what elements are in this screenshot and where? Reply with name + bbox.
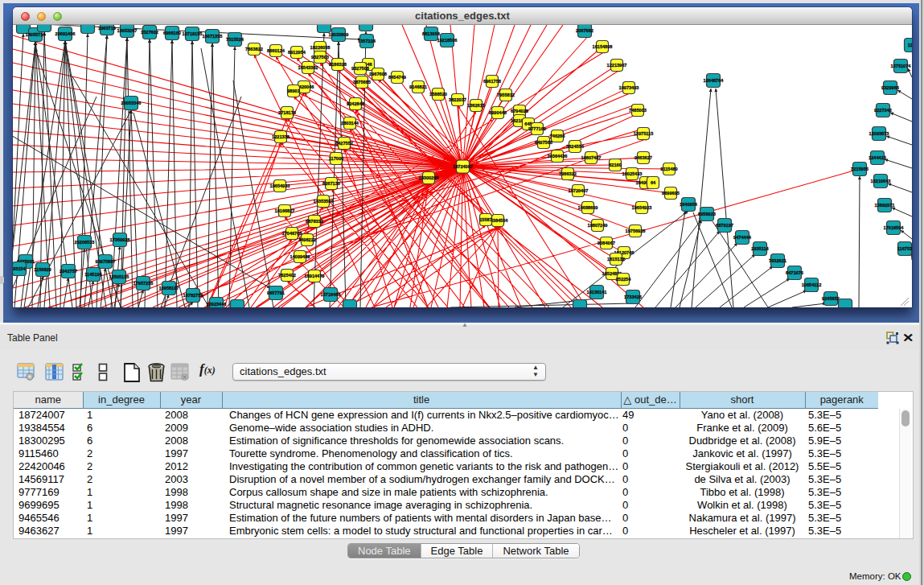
- svg-text:8813054: 8813054: [422, 31, 441, 36]
- svg-text:19218506: 19218506: [437, 38, 458, 43]
- svg-text:1615132: 1615132: [607, 257, 625, 262]
- svg-text:18807249: 18807249: [588, 223, 608, 228]
- svg-text:20364436: 20364436: [548, 154, 568, 159]
- svg-text:9242848: 9242848: [347, 101, 364, 106]
- svg-text:2935114: 2935114: [751, 246, 769, 251]
- svg-text:16543382: 16543382: [298, 65, 318, 70]
- svg-text:7663822: 7663822: [245, 47, 263, 51]
- svg-text:18300295: 18300295: [419, 175, 439, 180]
- svg-text:1362615: 1362615: [467, 103, 485, 108]
- svg-text:12213967: 12213967: [607, 63, 627, 68]
- svg-text:10688609: 10688609: [578, 205, 598, 210]
- svg-text:7357224: 7357224: [358, 39, 376, 43]
- svg-text:1527602: 1527602: [141, 30, 158, 35]
- svg-text:9115460: 9115460: [660, 167, 677, 171]
- svg-text:10654112: 10654112: [802, 282, 822, 287]
- svg-text:1156829: 1156829: [34, 267, 51, 272]
- svg-text:9329966: 9329966: [881, 85, 899, 90]
- svg-text:8267130: 8267130: [322, 181, 340, 186]
- svg-text:7625402: 7625402: [278, 273, 296, 278]
- svg-text:14353594: 14353594: [314, 199, 335, 204]
- svg-text:2803144: 2803144: [341, 121, 359, 126]
- svg-text:8878332: 8878332: [306, 219, 323, 224]
- svg-text:10973493: 10973493: [619, 85, 639, 90]
- svg-text:8454749: 8454749: [388, 75, 406, 80]
- svg-text:12505135: 12505135: [109, 274, 129, 279]
- svg-text:17046768: 17046768: [282, 231, 302, 236]
- svg-text:2942757: 2942757: [60, 269, 77, 274]
- svg-text:9463627: 9463627: [634, 155, 652, 160]
- svg-text:9777169: 9777169: [528, 126, 546, 131]
- svg-text:9245652: 9245652: [822, 296, 840, 301]
- svg-text:10719155: 10719155: [183, 31, 203, 36]
- svg-text:2967608: 2967608: [369, 72, 387, 76]
- svg-text:1145194: 1145194: [84, 272, 102, 277]
- svg-text:7485003: 7485003: [629, 108, 647, 113]
- svg-text:8471676: 8471676: [786, 270, 803, 275]
- svg-text:8186328: 8186328: [329, 62, 347, 67]
- svg-text:16671355: 16671355: [203, 34, 223, 39]
- svg-text:10653267: 10653267: [117, 28, 138, 33]
- svg-text:16154808: 16154808: [593, 44, 613, 49]
- svg-text:16648764: 16648764: [704, 78, 725, 83]
- svg-text:9327503: 9327503: [311, 55, 329, 60]
- svg-text:1244415: 1244415: [869, 155, 886, 160]
- svg-text:2718176: 2718176: [278, 110, 296, 115]
- svg-text:1640954: 1640954: [680, 202, 698, 207]
- svg-text:9657791: 9657791: [267, 290, 285, 295]
- svg-text:16033809: 16033809: [329, 32, 349, 37]
- svg-text:12975115: 12975115: [634, 131, 654, 136]
- svg-text:8427552: 8427552: [335, 141, 353, 146]
- svg-text:64: 64: [651, 180, 656, 185]
- svg-text:9474444: 9474444: [733, 235, 752, 240]
- svg-text:3624554: 3624554: [566, 144, 585, 149]
- svg-text:14136141: 14136141: [587, 290, 607, 295]
- svg-text:17016504: 17016504: [884, 225, 905, 230]
- svg-text:9327508: 9327508: [351, 66, 369, 71]
- svg-text:3822037: 3822037: [449, 97, 466, 102]
- svg-text:8990448: 8990448: [489, 110, 507, 115]
- svg-text:19166827: 19166827: [275, 208, 295, 213]
- svg-text:6966160: 6966160: [163, 31, 181, 35]
- svg-text:17957255: 17957255: [133, 281, 154, 286]
- svg-text:6879197: 6879197: [716, 223, 733, 228]
- svg-text:7955812: 7955812: [497, 93, 515, 97]
- svg-text:20053346: 20053346: [121, 101, 142, 105]
- svg-text:12093873: 12093873: [869, 131, 889, 136]
- svg-text:15720407: 15720407: [569, 188, 589, 193]
- svg-text:3875685: 3875685: [353, 80, 371, 84]
- svg-text:2087682: 2087682: [576, 28, 593, 33]
- svg-text:20691406: 20691406: [55, 31, 76, 36]
- svg-text:14055714: 14055714: [26, 32, 47, 37]
- svg-text:111: 111: [908, 43, 912, 47]
- svg-text:9227342: 9227342: [874, 108, 892, 113]
- svg-text:12923446: 12923446: [207, 302, 227, 307]
- svg-text:3215955: 3215955: [851, 167, 869, 171]
- svg-text:16782759: 16782759: [183, 293, 203, 298]
- svg-text:18226058: 18226058: [310, 45, 331, 50]
- svg-text:98901: 98901: [287, 89, 300, 93]
- svg-text:10958107: 10958107: [159, 286, 179, 290]
- svg-text:6961758: 6961758: [483, 79, 501, 84]
- svg-text:7986322: 7986322: [559, 171, 577, 176]
- svg-text:15716485: 15716485: [321, 292, 341, 297]
- svg-text:1221338: 1221338: [272, 134, 290, 139]
- svg-text:8958923: 8958923: [698, 212, 716, 216]
- svg-text:18724007: 18724007: [453, 164, 473, 169]
- svg-text:10807487: 10807487: [581, 155, 602, 160]
- svg-text:15892971: 15892971: [875, 203, 895, 208]
- svg-text:9084067: 9084067: [598, 241, 615, 245]
- svg-text:6497568: 6497568: [535, 140, 552, 145]
- svg-text:93154: 93154: [13, 266, 26, 271]
- svg-text:14099489: 14099489: [290, 254, 310, 259]
- svg-text:15587: 15587: [479, 217, 492, 222]
- svg-text:19654933: 19654933: [270, 183, 290, 188]
- svg-text:7632621: 7632621: [769, 258, 786, 263]
- svg-text:116753: 116753: [897, 246, 912, 251]
- svg-text:3498222: 3498222: [298, 237, 316, 242]
- svg-text:252254: 252254: [616, 277, 632, 282]
- svg-text:93975887: 93975887: [96, 259, 116, 264]
- svg-text:746266: 746266: [550, 134, 565, 138]
- svg-text:10025433: 10025433: [622, 171, 643, 176]
- svg-text:117006: 117006: [329, 156, 343, 161]
